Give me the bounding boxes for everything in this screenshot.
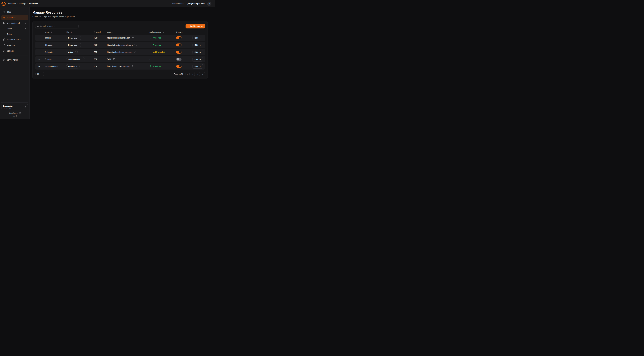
card-footer: 20 Page 1 of 1 « ‹ › » — [35, 72, 205, 76]
documentation-link[interactable]: Documentation — [171, 2, 184, 5]
shield-check-icon — [150, 65, 152, 68]
sort-icon: ⇅ — [162, 31, 164, 33]
card-toolbar: + Add Resource — [35, 24, 205, 28]
search-input[interactable] — [40, 25, 77, 27]
site-link-button[interactable]: Office ↗ — [66, 50, 78, 54]
add-resource-button[interactable]: + Add Resource — [186, 24, 205, 28]
breadcrumb-item-org[interactable]: home-lab — [8, 2, 16, 5]
sidebar-nav: Sites Resources Access Control Us — [1, 9, 28, 102]
sidebar-item-settings[interactable]: Settings — [1, 48, 28, 54]
sidebar-item-users[interactable]: Users — [1, 26, 28, 31]
sidebar-item-access-control[interactable]: Access Control — [1, 20, 28, 26]
auth-status-label: Protected — [153, 37, 161, 39]
copy-icon[interactable] — [134, 44, 137, 46]
edit-button[interactable]: Edit → — [192, 57, 203, 62]
site-link-button[interactable]: Home Lab ↗ — [66, 43, 81, 47]
column-header-name[interactable]: Name ⇅ — [45, 31, 64, 33]
column-header-site[interactable]: Site ⇅ — [66, 31, 91, 33]
enabled-toggle[interactable] — [176, 36, 182, 39]
organization-value: Home Lab — [3, 107, 24, 109]
resource-name: Battery Manager — [45, 65, 64, 68]
sort-icon: ⇅ — [50, 31, 52, 33]
row-menu-button[interactable]: ··· — [37, 57, 41, 61]
auth-status: Protected — [150, 37, 174, 39]
auth-status: - — [150, 58, 174, 60]
access-cell: https://battery.example.com — [107, 65, 147, 68]
sidebar-item-shareable-links[interactable]: Shareable Links — [1, 37, 28, 42]
edit-button[interactable]: Edit → — [192, 50, 203, 54]
external-link-icon: ↗ — [76, 65, 78, 67]
external-link-icon: ↗ — [74, 51, 76, 53]
sidebar-item-api-keys[interactable]: API Keys — [1, 42, 28, 48]
row-menu-button[interactable]: ··· — [37, 64, 41, 68]
sidebar-footer: Organization Home Lab Open Source v1.3.0 — [1, 102, 28, 117]
chevron-down-icon — [24, 22, 26, 24]
users-icon — [3, 22, 5, 24]
gear-icon — [3, 50, 5, 52]
arrow-right-icon: → — [199, 44, 201, 46]
copy-icon[interactable] — [132, 37, 135, 39]
enabled-toggle[interactable] — [176, 44, 182, 46]
row-menu-button[interactable]: ··· — [37, 36, 41, 40]
column-header-authentication[interactable]: Authentication ⇅ — [150, 31, 174, 33]
auth-status: Protected — [150, 44, 174, 46]
access-url: https://bitwarden.example.com — [107, 44, 133, 46]
page-size-select[interactable]: 20 — [35, 72, 44, 76]
user-email[interactable]: joe@example.com — [188, 2, 204, 5]
site-link-button[interactable]: Second Office ↗ — [66, 57, 85, 61]
search-box — [35, 24, 78, 28]
site-name: Home Lab — [68, 44, 77, 46]
table-body: ··· Immich Home Lab ↗ TCP https://immich… — [35, 35, 205, 70]
site-link-button[interactable]: Home Lab ↗ — [66, 36, 81, 40]
sidebar-item-label: Sites — [6, 11, 11, 13]
breadcrumb: home-lab › settings › resources — [8, 2, 38, 5]
sidebar-item-label: Users — [6, 28, 12, 30]
row-menu-button[interactable]: ··· — [37, 43, 41, 47]
chevron-right-icon — [24, 28, 26, 30]
copy-icon[interactable] — [132, 65, 134, 68]
previous-page-button[interactable]: ‹ — [191, 72, 195, 76]
sidebar-item-label: API Keys — [6, 44, 15, 46]
table-row: ··· Immich Home Lab ↗ TCP https://immich… — [35, 35, 205, 41]
grid-icon — [3, 11, 5, 13]
sidebar-item-server-admin[interactable]: Server Admin — [1, 57, 28, 62]
sidebar-item-label: Roles — [6, 33, 12, 35]
site-link-button[interactable]: Edge 01 ↗ — [66, 64, 80, 68]
copy-icon[interactable] — [113, 58, 116, 60]
enabled-toggle[interactable] — [176, 58, 182, 61]
organization-selector[interactable]: Organization Home Lab — [1, 104, 28, 110]
resource-name: Postgres — [45, 58, 64, 60]
main-content: Manage Resources Create secure proxies t… — [30, 8, 215, 119]
edit-button[interactable]: Edit → — [192, 43, 203, 47]
sidebar-item-roles[interactable]: Roles — [1, 32, 28, 37]
edit-button[interactable]: Edit → — [192, 36, 203, 40]
first-page-button[interactable]: « — [186, 72, 190, 76]
row-menu-button[interactable]: ··· — [37, 50, 41, 54]
table-row: ··· Postgres Second Office ↗ TCP 5432 — [35, 56, 205, 62]
sidebar-item-sites[interactable]: Sites — [1, 9, 28, 15]
avatar[interactable]: J — [207, 2, 212, 6]
breadcrumb-item-resources: resources — [29, 2, 38, 5]
column-header-protocol: Protocol — [94, 31, 105, 33]
link-icon — [3, 38, 5, 41]
site-name: Second Office — [68, 58, 80, 60]
version-label: v1.3.0 — [1, 115, 28, 117]
arrow-right-icon: → — [199, 51, 201, 53]
site-name: Office — [68, 51, 73, 53]
breadcrumb-separator: › — [17, 3, 18, 5]
breadcrumb-item-settings[interactable]: settings — [19, 2, 26, 5]
last-page-button[interactable]: » — [201, 72, 205, 76]
sidebar-item-resources[interactable]: Resources — [1, 15, 28, 20]
open-source-link[interactable]: Open Source — [1, 112, 28, 114]
next-page-button[interactable]: › — [196, 72, 200, 76]
edit-button[interactable]: Edit → — [192, 64, 203, 68]
resource-name: Authentik — [45, 51, 64, 53]
table-row: ··· Authentik Office ↗ TCP https://authe… — [35, 49, 205, 55]
enabled-toggle[interactable] — [176, 65, 182, 68]
enabled-toggle[interactable] — [176, 50, 182, 54]
copy-icon[interactable] — [134, 51, 136, 54]
external-link-icon — [19, 112, 21, 114]
column-header-enabled: Enabled — [176, 31, 192, 33]
shield-check-icon — [150, 37, 152, 39]
external-link-icon: ↗ — [78, 44, 79, 46]
